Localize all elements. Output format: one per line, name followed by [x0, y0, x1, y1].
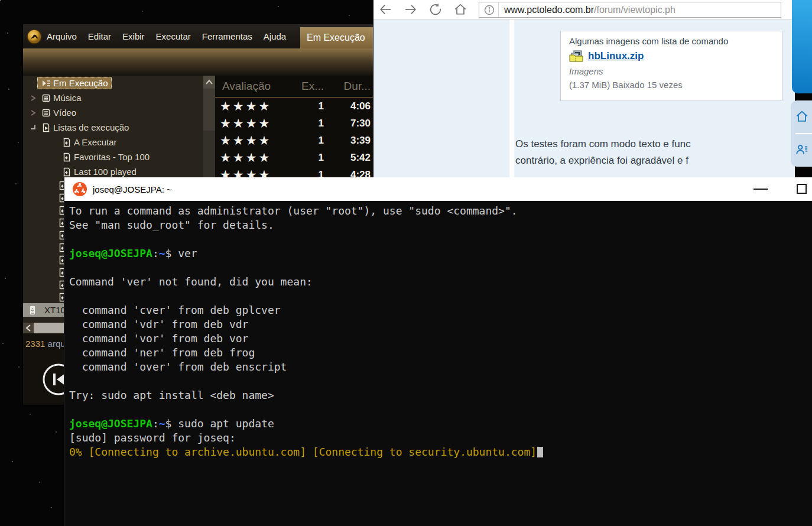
now-playing-icon	[41, 79, 51, 88]
info-icon[interactable]	[484, 5, 495, 15]
terminal-output[interactable]: To run a command as administrator (user …	[64, 201, 812, 526]
tree-selection: Em Execução	[37, 77, 112, 89]
terminal-title: joseq@JOSEJPA: ~	[93, 184, 172, 194]
terminal-line	[69, 289, 812, 303]
collapse-corner-icon[interactable]	[29, 123, 37, 132]
menu-item-exibir[interactable]: Exibir	[122, 31, 145, 41]
chevron-right-icon[interactable]	[29, 93, 37, 103]
refresh-icon[interactable]	[429, 3, 442, 16]
terminal-line: To run a command as administrator (user …	[69, 204, 812, 218]
library-icon	[41, 108, 51, 118]
address-bar[interactable]: www.pctoledo.com.br/forum/viewtopic.ph	[479, 2, 781, 18]
column-avaliacao[interactable]: Avaliação	[215, 80, 294, 93]
column-ex[interactable]: Ex...	[294, 80, 324, 93]
sidebar-item-video[interactable]: Vídeo	[23, 105, 203, 120]
sidebar-item-musica[interactable]: Música	[23, 90, 203, 105]
forum-page: Algumas imagens com lista de comando hbL…	[373, 20, 795, 177]
attachment-box: Algumas imagens com lista de comando hbL…	[560, 31, 782, 101]
table-row[interactable]: ★★★★14:06	[215, 98, 373, 115]
scroll-left-icon[interactable]	[23, 323, 34, 333]
side-blue-panel[interactable]	[792, 0, 812, 93]
rating-stars: ★★★★	[215, 99, 294, 113]
attachment-link[interactable]: hbLinux.zip	[588, 50, 644, 62]
terminal-line: joseq@JOSEJPA:~$ sudo apt update	[69, 417, 812, 431]
menu-bar-items: ArquivoEditarExibirExecutarFerramentasAj…	[47, 31, 297, 41]
home-outline-icon[interactable]	[795, 110, 808, 123]
sidebar-item-em-execucao[interactable]: Em Execução	[23, 76, 203, 90]
executions-cell: 1	[294, 152, 324, 164]
terminal-titlebar[interactable]: joseq@JOSEJPA: ~	[64, 177, 812, 201]
terminal-line: joseq@JOSEJPA:~$ ver	[69, 246, 812, 261]
attachment-size-info: (1.37 MiB) Baixado 15 vezes	[569, 80, 782, 90]
file-count: 2331	[25, 339, 45, 349]
table-row[interactable]: ★★★★13:39	[215, 132, 373, 149]
attachment-description: Imagens	[569, 66, 782, 76]
terminal-line: command 'vor' from deb vor	[69, 332, 812, 346]
minimize-icon[interactable]	[753, 189, 768, 190]
tree-item-content: Listas de execução	[37, 121, 132, 134]
executions-cell: 1	[294, 135, 324, 147]
expander-spacer	[29, 79, 37, 88]
tree-item-label: Em Execução	[53, 78, 108, 88]
url-host: www.pctoledo.com.br	[504, 5, 594, 15]
menu-item-executar[interactable]: Executar	[156, 31, 191, 41]
rating-stars: ★★★★	[215, 134, 294, 148]
tree-item-content: Música	[37, 92, 85, 104]
side-launcher-panel	[791, 100, 812, 167]
scroll-up-icon[interactable]	[203, 76, 215, 89]
address-divider	[498, 2, 499, 17]
executions-cell: 1	[294, 100, 324, 112]
tree-item-label: Last 100 played	[74, 167, 137, 177]
menu-item-editar[interactable]: Editar	[88, 31, 111, 41]
terminal-line: [sudo] password for joseq:	[69, 431, 812, 445]
tree-item-label: Música	[53, 93, 82, 103]
post-body-text: Os testes foram com modo texto e func co…	[515, 136, 787, 169]
device-icon	[28, 306, 37, 315]
duration-cell: 4:06	[324, 100, 373, 112]
maximize-icon[interactable]	[797, 184, 807, 194]
tree-item-content: Vídeo	[37, 106, 80, 119]
menu-item-ferramentas[interactable]: Ferramentas	[202, 31, 252, 41]
url-path: /forum/viewtopic.ph	[594, 5, 675, 15]
table-row[interactable]: ★★★★15:42	[215, 149, 373, 166]
playlist-icon	[62, 167, 72, 177]
table-header: Avaliação Ex... Dur...	[215, 76, 373, 98]
terminal-line: 0% [Connecting to archive.ubuntu.com] [C…	[69, 445, 812, 459]
table-rows: ★★★★14:06★★★★17:30★★★★13:39★★★★15:42★★★★…	[215, 98, 373, 183]
browser-window: www.pctoledo.com.br/forum/viewtopic.ph A…	[373, 0, 795, 177]
sidebar-item-favoritas-top-100[interactable]: Favoritas - Top 100	[23, 150, 203, 164]
tree-item-label: A Executar	[74, 137, 117, 147]
browser-toolbar: www.pctoledo.com.br/forum/viewtopic.ph	[373, 0, 795, 20]
duration-cell: 3:39	[324, 135, 373, 147]
tab-em-execucao[interactable]: Em Execução	[300, 27, 373, 48]
terminal-line: command 'cver' from deb gplcver	[69, 303, 812, 317]
terminal-cursor	[537, 447, 543, 457]
terminal-line	[69, 232, 812, 246]
chevron-right-icon[interactable]	[29, 108, 37, 118]
terminal-line	[69, 374, 812, 388]
menu-item-ajuda[interactable]: Ajuda	[264, 31, 286, 41]
sidebar-item-listas-de-execucao[interactable]: Listas de execução	[23, 120, 203, 135]
desktop: ArquivoEditarExibirExecutarFerramentasAj…	[0, 0, 812, 526]
back-icon[interactable]	[379, 3, 392, 16]
tree-item-content: A Executar	[60, 136, 121, 148]
status-text: 2331 arqui	[25, 339, 67, 349]
scrollbar-thumb[interactable]	[203, 89, 215, 131]
forward-icon[interactable]	[404, 3, 417, 16]
duration-cell: 5:42	[324, 152, 373, 164]
playlist-icon	[62, 138, 72, 147]
home-icon[interactable]	[454, 3, 467, 16]
app-logo-icon[interactable]	[27, 29, 42, 44]
desktop-stars	[0, 0, 1, 1]
menu-item-arquivo[interactable]: Arquivo	[47, 31, 77, 41]
ubuntu-icon	[73, 182, 87, 196]
media-player-toolbar	[23, 48, 373, 76]
contacts-icon[interactable]	[795, 143, 808, 156]
terminal-line	[69, 261, 812, 275]
panel-divider	[795, 133, 812, 134]
tree-item-label: Vídeo	[53, 108, 76, 118]
post-column-divider	[509, 20, 514, 177]
sidebar-item-a-executar[interactable]: A Executar	[23, 135, 203, 150]
table-row[interactable]: ★★★★17:30	[215, 115, 373, 132]
column-dur[interactable]: Dur...	[324, 80, 373, 93]
